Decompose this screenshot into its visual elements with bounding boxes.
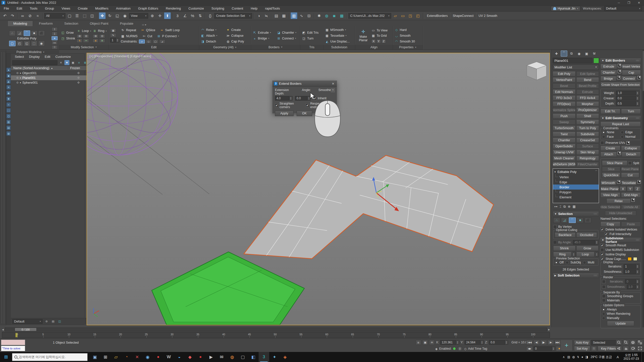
constraint-face-radio[interactable]: Face [602, 135, 618, 139]
axis-x-button[interactable]: X [371, 39, 376, 43]
zoom-all-icon[interactable] [623, 340, 629, 345]
vertexpaint-modifier-button[interactable]: VertexPaint [553, 77, 576, 82]
constraint-none-icon[interactable]: ▱ [139, 39, 145, 43]
msmooth-settings-icon[interactable] [617, 180, 620, 184]
frozen-toggle[interactable]: ✥ [68, 76, 89, 80]
chamfer-settings-icon[interactable] [618, 70, 621, 73]
chamfer-button[interactable]: ◪Chamfer▾ [277, 30, 299, 35]
close-icon[interactable]: ✕ [331, 82, 335, 85]
cap-poly-button[interactable]: ◍Cap Poly [226, 39, 249, 44]
hide-selected-button[interactable]: Hide Selected [600, 204, 620, 210]
dock-handle[interactable] [0, 50, 6, 325]
explorer-list-icon[interactable]: ▤ [51, 319, 56, 324]
straighten-corners-checkbox[interactable]: ✔Straighten corners [275, 102, 303, 109]
polygon-icon[interactable]: ■ [577, 217, 584, 223]
edit-spline-modifier-button[interactable]: Edit Spline [576, 71, 599, 76]
loop-mode-icon[interactable]: ≔ [83, 39, 89, 43]
grow-ring-icon[interactable]: ⊞ [93, 34, 99, 38]
drag-edge-icon[interactable]: ◱ [24, 41, 30, 46]
ribbon-tab-selection[interactable]: Selection [59, 21, 84, 26]
filter-funnel-icon[interactable]: ▼ [64, 60, 69, 65]
use-pivot-center-icon[interactable]: ⊕ [149, 12, 156, 19]
panel-label-tris[interactable]: Tris [300, 45, 323, 50]
swift-loop-button[interactable]: ≂Swift Loop [160, 27, 180, 33]
stack-item-element[interactable]: Element [553, 195, 599, 200]
panel-label-subdivision[interactable]: Subdivision [324, 45, 355, 50]
remove-modifier-icon[interactable]: ⊗ [568, 205, 571, 208]
display-iterations-field[interactable]: 1 [624, 264, 636, 269]
depth-field[interactable]: 0.5 [616, 101, 636, 106]
workspace-dropdown[interactable]: Default ▾ [604, 6, 642, 11]
select-move-icon[interactable]: ✥ [99, 12, 106, 19]
scene-explorer-icon[interactable]: ▥ [291, 12, 297, 19]
object-name-field[interactable]: Plane001 [553, 58, 592, 63]
turn-to-poly-modifier-button[interactable]: Turn to Poly [576, 125, 599, 131]
apply-button[interactable]: Apply [275, 111, 294, 116]
viewport-label[interactable]: [+] [Perspective] [Standard] [Edged Face… [90, 54, 151, 58]
menu-item-rapidtools[interactable]: rapidTools [261, 6, 284, 12]
ribbon-config-icon[interactable]: ▭ ▾ [139, 23, 149, 26]
next-frame-icon[interactable]: ▶ [548, 328, 550, 331]
weather-status[interactable]: 29°C 구름 조금 [591, 355, 612, 359]
align-icon[interactable]: ≒ [263, 12, 270, 19]
ffd-box--modifier-button[interactable]: FFD(box) [553, 101, 576, 107]
taskbar-app-15[interactable]: ▢ [237, 352, 248, 362]
select-rotate-icon[interactable]: ↻ [106, 12, 113, 19]
taskbar-app-7[interactable]: ● [153, 352, 164, 362]
go-to-end-icon[interactable]: ▶▶| [554, 340, 561, 345]
occluded-button[interactable]: Occluded [576, 232, 597, 238]
nurms-button[interactable]: ▦NURMS [121, 33, 138, 39]
axis-y-button[interactable]: Y [376, 39, 381, 43]
ime-indicator[interactable]: A [615, 355, 621, 359]
ring-spinner[interactable]: ▲▼ [572, 252, 576, 257]
explorer-search-input[interactable] [12, 60, 57, 65]
named-selection-sets-dropdown[interactable]: Create Selection Set▾ [214, 13, 252, 19]
filter-lights-icon[interactable]: ☀ [6, 85, 11, 89]
go-to-start-icon[interactable]: |◀◀ [526, 340, 533, 345]
tab-display[interactable]: ▣ [583, 51, 590, 57]
column-header-name[interactable]: Name (Sorted Ascending)▲ [11, 66, 68, 70]
filter-bones-icon[interactable]: ▥ [6, 120, 11, 124]
zoom-extents-icon[interactable] [630, 340, 636, 345]
filter-xrefs-icon[interactable]: ⬡ [6, 114, 11, 118]
menu-item-edit[interactable]: Edit [13, 6, 26, 12]
taskbar-app-17[interactable]: 3 [259, 352, 269, 362]
edit-poly-modifier-button[interactable]: Edit Poly [553, 71, 576, 76]
rollout-edit-borders[interactable]: ▼ Edit Borders∷∷ [600, 58, 641, 63]
tessellate-settings-icon[interactable] [637, 180, 641, 184]
element-icon[interactable]: ⬛ [584, 217, 591, 223]
edit-tri-button[interactable]: Edit Tri. [600, 109, 620, 114]
constraint-edge-icon[interactable]: ◇ [146, 39, 152, 43]
material-editor-icon[interactable]: ◍ [323, 12, 330, 19]
panel-label-geometry[interactable]: Geometry (All)▼ [199, 45, 251, 50]
taskbar-app-12[interactable]: ▶ [206, 352, 216, 362]
prev-frame-icon[interactable]: ◀ [2, 328, 4, 331]
retopology-modifier-button[interactable]: Retopology [576, 156, 599, 161]
scene-object-row[interactable]: ⊙●Sphere001✥ [11, 80, 89, 85]
cut-button[interactable]: ✄Cut [142, 33, 152, 39]
filter-containers-icon[interactable]: ▤ [6, 125, 11, 130]
redo-icon[interactable]: ↷ [9, 12, 16, 19]
edge-icon[interactable]: ◿ [561, 217, 568, 223]
field-of-view-icon[interactable] [616, 346, 622, 351]
show-end-result-icon[interactable]: ☀ [52, 36, 58, 40]
tab-create[interactable]: ✚ [553, 51, 560, 57]
ring-button[interactable]: Ring [553, 252, 572, 257]
update-when-rendering-radio[interactable]: When Rendering [602, 312, 639, 315]
cut-button[interactable]: Cut [621, 172, 639, 178]
tray-icon-2[interactable]: ◍ [572, 355, 575, 359]
repeat-last-button[interactable]: Repeat Last [600, 121, 641, 127]
z-coordinate-field[interactable]: 0.0 [489, 340, 505, 345]
constraint-normal-icon[interactable]: ⊿ [159, 39, 165, 43]
menu-item-tools[interactable]: Tools [26, 6, 41, 12]
split-checkbox[interactable] [628, 161, 632, 165]
collapse-button[interactable]: Collapse [621, 146, 641, 151]
twist-modifier-button[interactable]: Twist [553, 131, 576, 137]
taskbar-app-5[interactable]: ✕ [132, 352, 142, 362]
rollout-subdivision-surface[interactable]: ▼ Subdivision Surface∷∷ [600, 237, 641, 243]
ok-button[interactable]: OK [297, 111, 312, 116]
percent-snap-icon[interactable]: % [189, 12, 196, 19]
extrude-button[interactable]: ⇱Extrude▾ [253, 30, 273, 35]
tab-utilities[interactable]: ⚒ [591, 51, 597, 57]
select-scale-icon[interactable]: ◱ [114, 12, 121, 19]
